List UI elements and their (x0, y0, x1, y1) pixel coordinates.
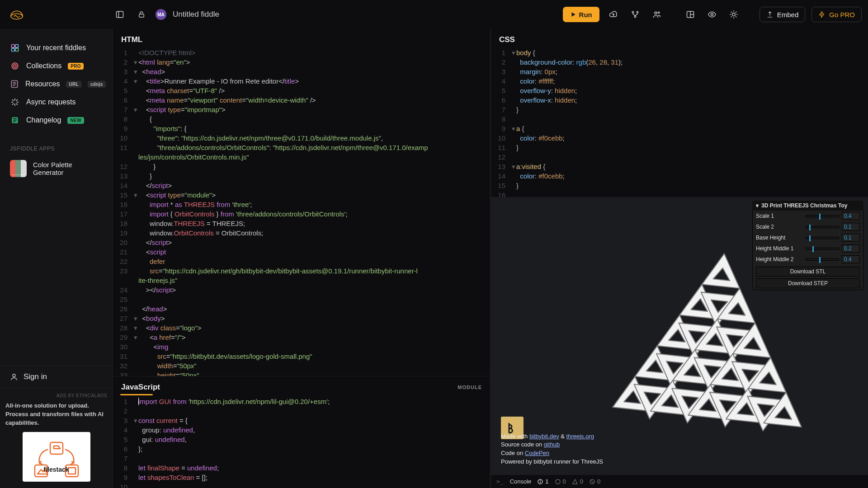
js-editor[interactable]: 1import GUI from 'https://cdn.jsdelivr.n… (113, 397, 490, 488)
svg-point-8 (658, 12, 659, 13)
link-bitbybit[interactable]: bitbybit.dev (529, 433, 559, 440)
ad-image: filestack (23, 432, 90, 482)
pill-pro: PRO (68, 63, 84, 70)
output-pane: CSS 1▾body {2 background-color: rgb(26, … (491, 29, 868, 488)
sidebar-item-collections[interactable]: Collections PRO (0, 57, 113, 75)
lock-icon[interactable] (134, 7, 149, 22)
gui-slider[interactable] (806, 215, 839, 217)
layout-icon[interactable] (683, 7, 698, 22)
console-log-count: 0 (590, 478, 600, 485)
credits: Made with bitbybit.dev & threejs.org Sou… (501, 432, 603, 466)
resources-icon (10, 79, 19, 89)
sidebar-item-label: Collections (26, 62, 61, 70)
gui-row-1: Scale 2 0.1 (752, 221, 863, 232)
svg-line-37 (16, 103, 17, 104)
sidebar-item-resources[interactable]: Resources URL cdnjs (0, 75, 113, 93)
run-button-label: Run (579, 11, 592, 19)
svg-line-39 (16, 100, 17, 101)
preview-icon[interactable] (704, 7, 720, 22)
fork-icon[interactable] (627, 7, 643, 22)
pill-url: URL (66, 81, 81, 88)
chevron-down-icon: ▾ (756, 202, 759, 209)
svg-point-49 (556, 479, 560, 484)
topbar: MA Untitled fiddle Run Embed Go PRO (0, 0, 868, 29)
svg-point-41 (13, 374, 15, 377)
gui-row-label: Scale 2 (756, 224, 803, 230)
svg-point-26 (12, 63, 18, 69)
console-warn-count: 0 (555, 478, 566, 485)
sidebar: Your recent fiddles Collections PRO Reso… (0, 29, 113, 488)
avatar-initials: MA (157, 12, 165, 17)
gui-value[interactable]: 0.4 (842, 255, 860, 263)
svg-rect-3 (139, 14, 144, 17)
gui-row-2: Base Height 0.1 (752, 232, 863, 243)
gui-value[interactable]: 0.1 (842, 234, 860, 242)
result-canvas[interactable]: ▾ 3D Print THREEJS Christmas Toy Scale 1… (491, 197, 868, 474)
gui-slider[interactable] (806, 237, 839, 239)
theme-icon[interactable] (726, 7, 741, 22)
html-pane-title: HTML (113, 29, 490, 48)
console-label: Console (510, 478, 532, 485)
sidebar-item-label: Changelog (26, 116, 61, 124)
module-badge[interactable]: MODULE (458, 385, 482, 390)
svg-line-21 (736, 12, 736, 12)
svg-point-7 (655, 12, 657, 14)
gui-value[interactable]: 0.2 (842, 244, 860, 253)
gui-slider[interactable] (806, 226, 839, 228)
svg-line-19 (736, 17, 736, 17)
async-icon (10, 97, 20, 107)
sidebar-item-recent[interactable]: Your recent fiddles (0, 39, 113, 57)
cloud-upload-icon[interactable] (606, 7, 621, 22)
threejs-render (581, 242, 835, 468)
collab-icon[interactable] (649, 7, 665, 22)
sign-in-label: Sign in (24, 372, 47, 381)
apps-heading: JSFIDDLE APPS (0, 133, 113, 155)
gui-row-label: Scale 1 (756, 213, 803, 219)
svg-line-18 (731, 12, 731, 12)
svg-rect-25 (15, 48, 19, 52)
avatar[interactable]: MA (156, 9, 166, 20)
embed-button-label: Embed (777, 11, 799, 19)
svg-line-51 (591, 480, 594, 483)
recent-icon (10, 43, 20, 53)
svg-line-38 (13, 103, 14, 104)
link-github[interactable]: github (544, 441, 560, 448)
sidebar-item-label: Resources (25, 80, 60, 88)
run-button[interactable]: Run (563, 7, 599, 22)
sidebar-item-label: Async requests (26, 98, 75, 106)
svg-point-48 (540, 480, 541, 481)
svg-rect-1 (117, 11, 123, 17)
gui-value[interactable]: 0.1 (842, 223, 860, 231)
gui-row-0: Scale 1 0.4 (752, 211, 863, 221)
html-editor[interactable]: 1<!DOCTYPE html>2▾<html lang="en">3▾ <he… (113, 48, 490, 376)
changelog-icon (10, 115, 20, 125)
css-editor[interactable]: 1▾body {2 background-color: rgb(26, 28, … (491, 48, 868, 197)
js-pane: JavaScript MODULE 1import GUI from 'http… (113, 376, 491, 488)
jsfiddle-logo[interactable] (6, 7, 27, 22)
go-pro-label: Go PRO (829, 11, 855, 19)
gui-title[interactable]: ▾ 3D Print THREEJS Christmas Toy (752, 201, 863, 211)
css-pane-title: CSS (491, 29, 868, 48)
console-bar[interactable]: >_ Console 1 0 0 0 (491, 474, 868, 488)
fiddle-title[interactable]: Untitled fiddle (173, 10, 219, 19)
go-pro-button[interactable]: Go PRO (811, 7, 862, 22)
sidebar-toggle-icon[interactable] (112, 7, 127, 22)
embed-button[interactable]: Embed (760, 7, 806, 22)
gui-row-label: Base Height (756, 235, 803, 241)
svg-point-13 (732, 13, 735, 16)
link-codepen[interactable]: CodePen (525, 450, 549, 456)
sidebar-item-changelog[interactable]: Changelog NEW (0, 111, 113, 129)
ad-text: All-in-one solution for upload. Process … (5, 402, 107, 427)
svg-point-12 (711, 14, 713, 16)
ad-block[interactable]: ADS BY ETHICALADS All-in-one solution fo… (0, 388, 113, 488)
sidebar-item-async[interactable]: Async requests (0, 93, 113, 111)
console-prompt-icon: >_ (496, 478, 504, 485)
link-threejs[interactable]: threejs.org (566, 433, 594, 440)
sidebar-app-color-palette[interactable]: Color Palette Generator (0, 155, 113, 182)
sidebar-app-label: Color Palette Generator (33, 161, 103, 176)
ad-image-label: filestack (43, 466, 69, 473)
js-pane-title: JavaScript (121, 383, 160, 392)
gui-title-text: 3D Print THREEJS Christmas Toy (761, 202, 848, 209)
sign-in-button[interactable]: Sign in (0, 366, 113, 388)
gui-value[interactable]: 0.4 (842, 212, 860, 220)
